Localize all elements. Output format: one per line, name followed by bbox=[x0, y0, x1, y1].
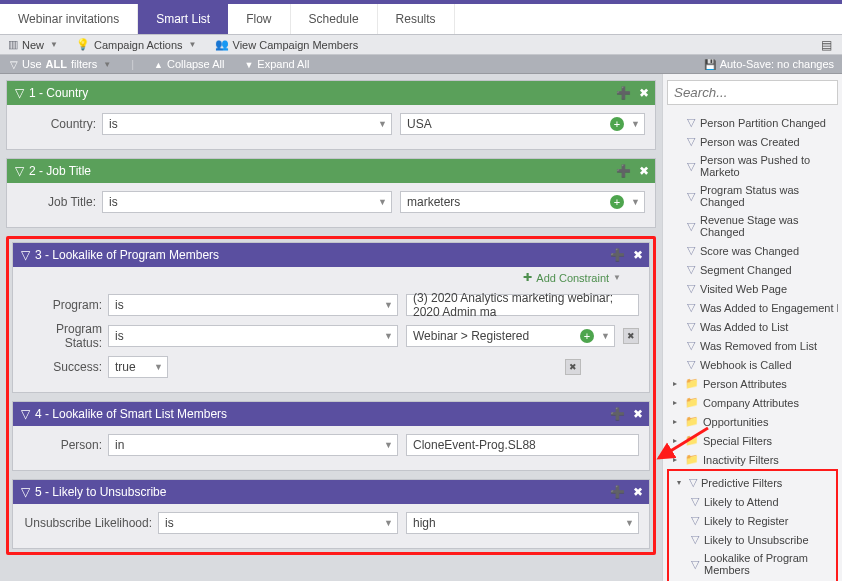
filter-item[interactable]: ▽Was Added to Engagement Program bbox=[667, 298, 838, 317]
operator-select[interactable]: in▼ bbox=[108, 434, 398, 456]
filter-job-title: ▽ 2 - Job Title ➕ ✖ Job Title: is▼ marke… bbox=[6, 158, 656, 228]
filter-item-likely-unsubscribe[interactable]: ▽Likely to Unsubscribe bbox=[671, 530, 834, 549]
add-icon[interactable]: ➕ bbox=[610, 485, 625, 499]
collapse-icon bbox=[154, 58, 163, 70]
filter-header[interactable]: ▽ 4 - Lookalike of Smart List Members ➕ … bbox=[13, 402, 649, 426]
operator-select[interactable]: is▼ bbox=[108, 325, 398, 347]
date-icon[interactable] bbox=[821, 38, 832, 52]
chevron-down-icon: ▼ bbox=[103, 60, 111, 69]
use-all-filters[interactable]: Use ALL filters ▼ bbox=[10, 58, 111, 70]
view-campaign-members-button[interactable]: View Campaign Members bbox=[215, 38, 359, 51]
field-label: Program Status: bbox=[23, 322, 108, 350]
folder-person-attributes[interactable]: ▸📁Person Attributes bbox=[667, 374, 838, 393]
filter-header[interactable]: ▽ 3 - Lookalike of Program Members ➕ ✖ bbox=[13, 243, 649, 267]
filter-item[interactable]: ▽Person was Created bbox=[667, 132, 838, 151]
filter-country: ▽ 1 - Country ➕ ✖ Country: is▼ USA+▼ bbox=[6, 80, 656, 150]
tab-smart-list[interactable]: Smart List bbox=[138, 4, 228, 34]
tab-schedule[interactable]: Schedule bbox=[291, 4, 378, 34]
field-label: Unsubscribe Likelihood: bbox=[23, 516, 158, 530]
expand-all-button[interactable]: Expand All bbox=[244, 58, 309, 70]
value-input[interactable]: high▼ bbox=[406, 512, 639, 534]
use-label: Use bbox=[22, 58, 42, 70]
add-icon[interactable]: ➕ bbox=[616, 86, 631, 100]
funnel-icon: ▽ bbox=[15, 164, 24, 178]
close-icon[interactable]: ✖ bbox=[639, 86, 649, 100]
folder-opportunities[interactable]: ▸📁Opportunities bbox=[667, 412, 838, 431]
filter-header[interactable]: ▽ 2 - Job Title ➕ ✖ bbox=[7, 159, 655, 183]
funnel-icon: ▽ bbox=[21, 407, 30, 421]
close-icon[interactable]: ✖ bbox=[633, 485, 643, 499]
search-input[interactable] bbox=[667, 80, 838, 105]
plus-icon[interactable]: + bbox=[610, 195, 624, 209]
close-icon[interactable]: ✖ bbox=[633, 407, 643, 421]
campaign-actions-label: Campaign Actions bbox=[94, 39, 183, 51]
add-icon[interactable]: ➕ bbox=[610, 407, 625, 421]
campaign-actions-button[interactable]: Campaign Actions ▼ bbox=[76, 38, 197, 51]
new-button[interactable]: New ▼ bbox=[8, 38, 58, 51]
value-input[interactable]: Webinar > Registered+▼ bbox=[406, 325, 615, 347]
tab-results[interactable]: Results bbox=[378, 4, 455, 34]
filter-title: 5 - Likely to Unsubscribe bbox=[35, 485, 166, 499]
funnel-icon: ▽ bbox=[15, 86, 24, 100]
autosave-label: Auto-Save: no changes bbox=[720, 58, 834, 70]
delete-icon[interactable]: ✖ bbox=[565, 359, 581, 375]
value-input[interactable]: CloneEvent-Prog.SL88 bbox=[406, 434, 639, 456]
filter-likely-unsubscribe: ▽ 5 - Likely to Unsubscribe ➕ ✖ Unsubscr… bbox=[12, 479, 650, 549]
filter-palette: ▽Person Partition Changed ▽Person was Cr… bbox=[662, 74, 842, 581]
filter-item[interactable]: ▽Score was Changed bbox=[667, 241, 838, 260]
value-input[interactable]: marketers+▼ bbox=[400, 191, 645, 213]
filter-item[interactable]: ▽Visited Web Page bbox=[667, 279, 838, 298]
filter-item[interactable]: ▽Revenue Stage was Changed bbox=[667, 211, 838, 241]
folder-company-attributes[interactable]: ▸📁Company Attributes bbox=[667, 393, 838, 412]
filter-item[interactable]: ▽Segment Changed bbox=[667, 260, 838, 279]
filter-header[interactable]: ▽ 1 - Country ➕ ✖ bbox=[7, 81, 655, 105]
filter-item[interactable]: ▽Was Removed from List bbox=[667, 336, 838, 355]
close-icon[interactable]: ✖ bbox=[639, 164, 649, 178]
filter-item[interactable]: ▽Person Partition Changed bbox=[667, 113, 838, 132]
filter-item[interactable]: ▽Person was Pushed to Marketo bbox=[667, 151, 838, 181]
view-members-label: View Campaign Members bbox=[233, 39, 359, 51]
filter-item-likely-register[interactable]: ▽Likely to Register bbox=[671, 511, 834, 530]
value-select[interactable]: true▼ bbox=[108, 356, 168, 378]
chevron-down-icon[interactable]: ▼ bbox=[601, 331, 610, 341]
add-icon[interactable]: ➕ bbox=[616, 164, 631, 178]
filter-item-lookalike-program[interactable]: ▽Lookalike of Program Members bbox=[671, 549, 834, 579]
filter-item[interactable]: ▽Webhook is Called bbox=[667, 355, 838, 374]
highlighted-region: ▽ 3 - Lookalike of Program Members ➕ ✖ ✚… bbox=[6, 236, 656, 555]
filters-label: filters bbox=[71, 58, 97, 70]
folder-predictive-filters[interactable]: ▾▽Predictive Filters bbox=[671, 473, 834, 492]
tab-flow[interactable]: Flow bbox=[228, 4, 290, 34]
filter-item[interactable]: ▽Was Added to List bbox=[667, 317, 838, 336]
highlighted-region: ▾▽Predictive Filters ▽Likely to Attend ▽… bbox=[667, 469, 838, 581]
funnel-icon: ▽ bbox=[21, 485, 30, 499]
folder-special-filters[interactable]: ▸📁Special Filters bbox=[667, 431, 838, 450]
operator-select[interactable]: is▼ bbox=[102, 113, 392, 135]
add-icon[interactable]: ➕ bbox=[610, 248, 625, 262]
field-label: Job Title: bbox=[17, 195, 102, 209]
plus-icon[interactable]: + bbox=[610, 117, 624, 131]
delete-icon[interactable]: ✖ bbox=[623, 328, 639, 344]
collapse-all-button[interactable]: Collapse All bbox=[154, 58, 224, 70]
main-tabs: Webinar invitations Smart List Flow Sche… bbox=[0, 4, 842, 35]
operator-select[interactable]: is▼ bbox=[158, 512, 398, 534]
filter-toolbar: Use ALL filters ▼ | Collapse All Expand … bbox=[0, 55, 842, 74]
page-icon bbox=[8, 38, 18, 51]
filter-header[interactable]: ▽ 5 - Likely to Unsubscribe ➕ ✖ bbox=[13, 480, 649, 504]
filter-item-likely-attend[interactable]: ▽Likely to Attend bbox=[671, 492, 834, 511]
filter-title: 3 - Lookalike of Program Members bbox=[35, 248, 219, 262]
folder-inactivity-filters[interactable]: ▸📁Inactivity Filters bbox=[667, 450, 838, 469]
filter-title: 2 - Job Title bbox=[29, 164, 91, 178]
close-icon[interactable]: ✖ bbox=[633, 248, 643, 262]
value-input[interactable]: USA+▼ bbox=[400, 113, 645, 135]
field-label: Country: bbox=[17, 117, 102, 131]
chevron-down-icon[interactable]: ▼ bbox=[631, 197, 640, 207]
plus-icon[interactable]: + bbox=[580, 329, 594, 343]
add-constraint-link[interactable]: ✚Add Constraint▼ bbox=[13, 267, 649, 294]
operator-select[interactable]: is▼ bbox=[108, 294, 398, 316]
tab-webinar-invitations[interactable]: Webinar invitations bbox=[0, 4, 138, 34]
collapse-label: Collapse All bbox=[167, 58, 224, 70]
chevron-down-icon[interactable]: ▼ bbox=[631, 119, 640, 129]
filter-item[interactable]: ▽Program Status was Changed bbox=[667, 181, 838, 211]
value-input[interactable]: (3) 2020 Analytics marketing webinar; 20… bbox=[406, 294, 639, 316]
operator-select[interactable]: is▼ bbox=[102, 191, 392, 213]
